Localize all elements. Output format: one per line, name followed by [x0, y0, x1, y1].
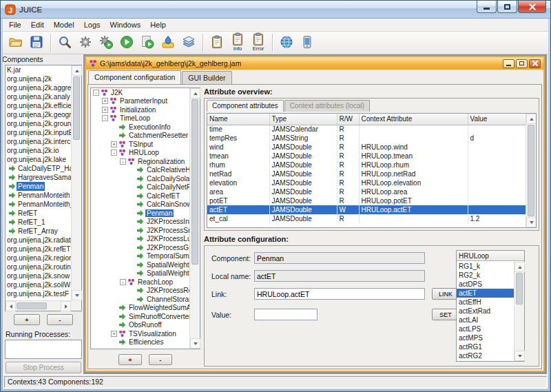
tab-component-configuration[interactable]: Component configuration: [88, 70, 181, 84]
context-list-item[interactable]: RG2_k: [457, 271, 514, 280]
tree-add-button[interactable]: +: [118, 354, 142, 365]
tree-node[interactable]: -TimeLoop: [91, 114, 189, 123]
set-button[interactable]: SET: [432, 309, 459, 320]
tree-toggle-icon[interactable]: +: [102, 107, 108, 113]
component-list-item[interactable]: org.unijena.j2k.efficie: [6, 101, 71, 110]
tree-node[interactable]: J2KProcessGroundw: [91, 243, 189, 252]
clipboard-button[interactable]: [207, 32, 227, 53]
attr-table-row[interactable]: potET JAMSDouble R HRULoop.potET: [207, 196, 533, 205]
minimize-button[interactable]: [477, 1, 497, 13]
component-list-item[interactable]: org.unijena.j2k.radiat: [6, 236, 71, 245]
tree-node[interactable]: +ParameterInput: [91, 97, 189, 106]
component-list-item[interactable]: PenmanMonteith: [6, 191, 71, 200]
tree-node[interactable]: TemporalSumAggreg: [91, 252, 189, 261]
open-model-button[interactable]: [6, 32, 26, 53]
document-title-bar[interactable]: G:\jams\data\j2k_gehlberg\j2k_gehlberg.j…: [86, 57, 543, 70]
component-field[interactable]: [254, 252, 425, 264]
tree-node[interactable]: J2KProcessIntercep: [91, 218, 189, 227]
tree-toggle-icon[interactable]: +: [111, 141, 117, 147]
tree-node[interactable]: ObsRunoff: [91, 321, 189, 330]
menu-model[interactable]: Model: [49, 19, 79, 30]
tree-remove-button[interactable]: -: [149, 354, 172, 365]
menu-windows[interactable]: Windows: [105, 19, 146, 30]
components-list-hscrollbar[interactable]: [6, 300, 71, 311]
vscroll-thumb[interactable]: [516, 273, 523, 305]
vscroll-thumb[interactable]: [528, 125, 534, 216]
link-field[interactable]: [254, 288, 425, 300]
scroll-up-button[interactable]: [72, 65, 82, 76]
menu-help[interactable]: Help: [145, 19, 171, 30]
doc-close-button[interactable]: [529, 59, 541, 68]
component-list-item[interactable]: org.unijena.j2k.inputE: [6, 128, 71, 137]
info-log-button[interactable]: Info: [227, 32, 248, 53]
tree-toggle-icon[interactable]: -: [93, 90, 99, 96]
tree-node[interactable]: ChannelStorageAgg: [91, 295, 189, 304]
tree-node[interactable]: -J2K: [91, 88, 189, 97]
component-list-item[interactable]: org.unijena.j2k.lake: [6, 155, 71, 164]
doc-maximize-button[interactable]: [516, 59, 528, 68]
run-document-button[interactable]: [137, 32, 158, 53]
context-list-item[interactable]: actLPS: [457, 324, 514, 333]
vscroll-thumb[interactable]: [73, 76, 80, 140]
tree-node[interactable]: SpatialWeightedSum: [91, 260, 189, 269]
tree-node[interactable]: ExecutionInfo: [91, 123, 189, 132]
component-list-item[interactable]: org.unijena.j2k.interc: [6, 137, 71, 146]
tab-context-attributes[interactable]: Context attributes (local): [284, 100, 370, 112]
context-list-item[interactable]: actRG2: [457, 351, 514, 360]
save-model-button[interactable]: [26, 32, 47, 53]
link-button[interactable]: LINK: [432, 288, 459, 300]
tree-node[interactable]: CatchmentResetter: [91, 132, 189, 141]
attr-table-row[interactable]: actET JAMSDouble W HRULoop.actET: [207, 205, 533, 214]
scroll-left-button[interactable]: [6, 301, 16, 311]
context-list-item[interactable]: actRsc0: [457, 360, 514, 361]
tree-node[interactable]: +Initialization: [91, 105, 189, 114]
maximize-button[interactable]: [497, 1, 517, 13]
attr-table-column-header[interactable]: Context Attribute: [359, 114, 468, 125]
component-add-button[interactable]: +: [14, 314, 40, 325]
component-list-item[interactable]: RefET: [6, 209, 71, 218]
model-settings-button[interactable]: [75, 32, 96, 53]
tree-node[interactable]: J2KProcessSnow: [91, 226, 189, 235]
tab-component-attributes[interactable]: Component attributes: [207, 100, 284, 112]
tree-node[interactable]: -Regionalization: [91, 157, 189, 166]
tree-node[interactable]: CalcDailyNetRadiatio: [91, 183, 189, 192]
scroll-down-button[interactable]: [526, 217, 537, 227]
scroll-down-button[interactable]: [72, 290, 82, 300]
menu-logs[interactable]: Logs: [79, 19, 105, 30]
component-list-item[interactable]: Penman: [6, 182, 71, 191]
search-button[interactable]: [54, 32, 75, 53]
attr-table-row[interactable]: elevation JAMSDouble R HRULoop.elevation: [207, 178, 533, 187]
tree-node[interactable]: CalcDailySolarRadia: [91, 174, 189, 183]
run-model-button[interactable]: [116, 32, 137, 53]
attr-table-column-header[interactable]: Value: [468, 114, 533, 125]
component-list-item[interactable]: HargreavesSamar: [6, 173, 71, 182]
context-list-item[interactable]: actEffH: [457, 298, 514, 307]
component-list-item[interactable]: CalcDailyETP_Hau: [6, 164, 71, 173]
tree-node[interactable]: CalcRelativeHumidit: [91, 166, 189, 175]
menu-file[interactable]: File: [4, 19, 26, 30]
scroll-up-button[interactable]: [190, 88, 200, 99]
component-list-item[interactable]: org.unijena.j2k.groun: [6, 119, 71, 128]
context-list-item[interactable]: RG1_k: [457, 262, 514, 271]
attr-table-row[interactable]: rhum JAMSDouble R HRULoop.rhum: [207, 161, 533, 169]
attr-table-row[interactable]: tmean JAMSDouble R HRULoop.tmean: [207, 152, 533, 161]
tree-toggle-icon[interactable]: -: [120, 279, 126, 285]
component-list-item[interactable]: org.unijena.j2k.snow: [6, 271, 71, 280]
attr-table-row[interactable]: time JAMSCalendar R: [207, 125, 533, 134]
context-list-item[interactable]: actExtRad: [457, 307, 514, 316]
scroll-up-button[interactable]: [526, 114, 537, 124]
attr-table-column-header[interactable]: Name: [207, 114, 269, 125]
tree-vscrollbar[interactable]: [189, 88, 200, 349]
tree-node[interactable]: J2KProcessReachRo: [91, 287, 189, 296]
component-list-item[interactable]: org.unijena.j2k.soilW: [6, 280, 71, 289]
doc-minimize-button[interactable]: [503, 59, 514, 68]
tree-node[interactable]: -ReachLoop: [91, 278, 189, 287]
component-list-item[interactable]: org.unijena.j2k.refET: [6, 245, 71, 254]
tree-node[interactable]: +TSVisualization: [91, 329, 189, 338]
tree-toggle-icon[interactable]: +: [102, 98, 108, 104]
hscroll-thumb[interactable]: [17, 302, 47, 309]
component-list-item[interactable]: org.unijena.j2k.regior: [6, 254, 71, 262]
tree-node[interactable]: SpatialWeightedSum: [91, 269, 189, 278]
stop-process-button[interactable]: Stop Process: [6, 362, 81, 373]
web-button[interactable]: [276, 32, 297, 53]
